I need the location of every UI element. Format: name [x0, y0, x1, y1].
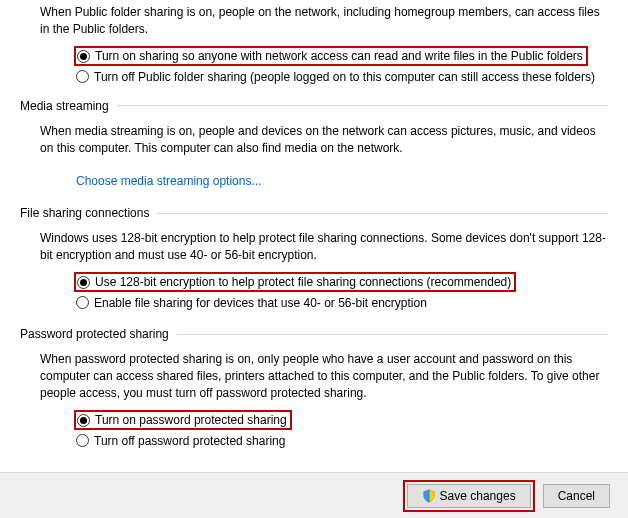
cancel-label: Cancel	[558, 489, 595, 503]
divider	[177, 334, 608, 335]
password-off-radio[interactable]	[76, 434, 89, 447]
filesharing-128-label[interactable]: Use 128-bit encryption to help protect f…	[95, 275, 511, 289]
media-options-link[interactable]: Choose media streaming options...	[76, 174, 261, 188]
save-label: Save changes	[440, 489, 516, 503]
media-intro: When media streaming is on, people and d…	[40, 123, 608, 157]
shield-icon	[422, 489, 436, 503]
divider	[117, 105, 608, 106]
public-folder-on-label[interactable]: Turn on sharing so anyone with network a…	[95, 49, 583, 63]
public-folder-off-radio[interactable]	[76, 70, 89, 83]
public-folder-on-radio[interactable]	[77, 50, 90, 63]
filesharing-intro: Windows uses 128-bit encryption to help …	[40, 230, 608, 264]
filesharing-40-radio[interactable]	[76, 296, 89, 309]
public-folder-off-label[interactable]: Turn off Public folder sharing (people l…	[94, 69, 608, 85]
cancel-button[interactable]: Cancel	[543, 484, 610, 508]
save-button[interactable]: Save changes	[407, 484, 531, 508]
password-on-label[interactable]: Turn on password protected sharing	[95, 413, 287, 427]
password-on-highlight: Turn on password protected sharing	[74, 410, 292, 430]
filesharing-128-radio[interactable]	[77, 276, 90, 289]
media-header: Media streaming	[20, 99, 117, 113]
button-bar: Save changes Cancel	[0, 472, 628, 518]
filesharing-header: File sharing connections	[20, 206, 157, 220]
password-on-radio[interactable]	[77, 414, 90, 427]
save-highlight: Save changes	[403, 480, 535, 512]
filesharing-40-label[interactable]: Enable file sharing for devices that use…	[94, 295, 608, 311]
filesharing-128-highlight: Use 128-bit encryption to help protect f…	[74, 272, 516, 292]
public-folder-on-highlight: Turn on sharing so anyone with network a…	[74, 46, 588, 66]
password-intro: When password protected sharing is on, o…	[40, 351, 608, 401]
public-folder-intro: When Public folder sharing is on, people…	[40, 4, 608, 38]
divider	[157, 213, 608, 214]
password-header: Password protected sharing	[20, 327, 177, 341]
password-off-label[interactable]: Turn off password protected sharing	[94, 433, 608, 449]
